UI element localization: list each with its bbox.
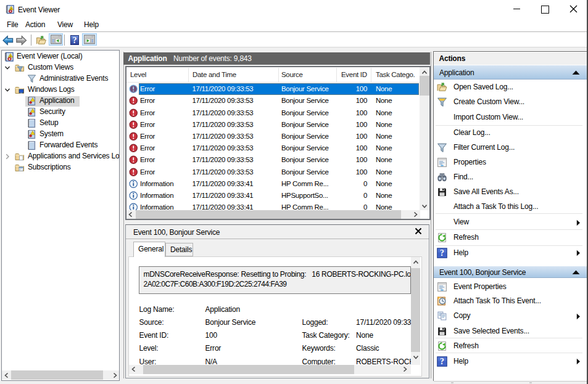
svg-text:?: ? — [440, 248, 444, 258]
svg-text:?: ? — [72, 35, 77, 44]
svg-text:?: ? — [440, 357, 444, 366]
